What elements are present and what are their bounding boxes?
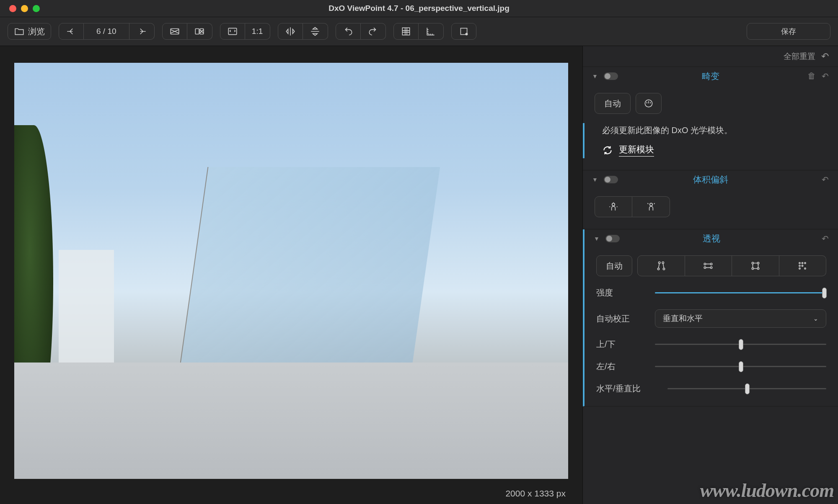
svg-point-12 bbox=[657, 268, 659, 270]
window-controls bbox=[9, 5, 40, 12]
volume-diagonal-button[interactable] bbox=[632, 196, 670, 217]
svg-point-27 bbox=[802, 262, 803, 264]
panel-perspective-header[interactable]: ▼ 透视 ↶ bbox=[585, 229, 838, 248]
panel-perspective: ▼ 透视 ↶ 自动 强度 bbox=[583, 229, 838, 406]
volume-horizontal-button[interactable] bbox=[595, 196, 632, 217]
panel-volume-title: 体积偏斜 bbox=[583, 174, 838, 185]
svg-point-8 bbox=[612, 203, 615, 206]
grid-button[interactable] bbox=[393, 23, 419, 40]
prev-image-button[interactable] bbox=[59, 23, 84, 40]
svg-point-13 bbox=[663, 268, 665, 270]
zoom-fit-button[interactable] bbox=[220, 23, 245, 40]
undo-icon[interactable]: ↶ bbox=[821, 51, 829, 62]
svg-point-14 bbox=[704, 263, 706, 265]
auto-correct-select[interactable]: 垂直和水平 ⌄ bbox=[655, 309, 826, 328]
auto-correct-label: 自动校正 bbox=[596, 313, 655, 324]
browse-button[interactable]: 浏览 bbox=[8, 23, 51, 40]
rotate-right-icon bbox=[367, 26, 378, 37]
panel-perspective-toggle[interactable] bbox=[605, 235, 620, 242]
viewer: 2000 x 1333 px bbox=[0, 46, 582, 504]
compare-icon bbox=[169, 26, 180, 37]
rotate-left-button[interactable] bbox=[336, 23, 361, 40]
panel-distortion-header[interactable]: ▼ 畸变 🗑 ↶ bbox=[583, 67, 838, 85]
flip-horizontal-button[interactable] bbox=[278, 23, 303, 40]
up-down-label: 上/下 bbox=[596, 339, 655, 350]
image-dimensions: 2000 x 1333 px bbox=[505, 489, 566, 499]
left-right-slider[interactable] bbox=[655, 363, 826, 371]
panel-distortion: ▼ 畸变 🗑 ↶ 自动 必须更新此图像的 DxO 光学模块。 bbox=[583, 67, 838, 170]
panel-volume-toggle[interactable] bbox=[604, 176, 618, 183]
left-right-label: 左/右 bbox=[596, 361, 655, 372]
hv-ratio-slider[interactable] bbox=[667, 385, 826, 393]
rotate-right-button[interactable] bbox=[361, 23, 386, 40]
undo-icon[interactable]: ↶ bbox=[822, 175, 829, 185]
arrow-left-icon bbox=[66, 26, 77, 37]
svg-rect-1 bbox=[195, 29, 199, 34]
image-area[interactable] bbox=[0, 46, 582, 483]
perspective-rectangle-tool[interactable] bbox=[732, 255, 779, 276]
panel-volume-header[interactable]: ▼ 体积偏斜 ↶ bbox=[583, 170, 838, 189]
minimize-window-button[interactable] bbox=[21, 5, 28, 12]
distortion-module-button[interactable] bbox=[636, 93, 662, 114]
panel-volume: ▼ 体积偏斜 ↶ bbox=[583, 170, 838, 229]
compare-single-button[interactable] bbox=[162, 23, 187, 40]
toolbar: 浏览 6 / 10 1:1 保存 bbox=[0, 17, 838, 46]
zoom-1to1-button[interactable]: 1:1 bbox=[245, 23, 270, 40]
rotate-group bbox=[336, 23, 386, 40]
flip-v-icon bbox=[310, 26, 321, 37]
zoom-group: 1:1 bbox=[220, 23, 270, 40]
svg-point-20 bbox=[752, 267, 753, 269]
notice-text: 必须更新此图像的 DxO 光学模块。 bbox=[602, 125, 826, 136]
panel-perspective-title: 透视 bbox=[585, 233, 838, 244]
chevron-down-icon: ▼ bbox=[592, 73, 598, 80]
svg-rect-4 bbox=[402, 28, 409, 35]
chevron-down-icon: ▼ bbox=[594, 235, 600, 242]
ruler-button[interactable] bbox=[419, 23, 444, 40]
compare-group bbox=[162, 23, 212, 40]
perspective-horizontal-tool[interactable] bbox=[685, 255, 732, 276]
grid-icon bbox=[401, 26, 411, 37]
maximize-window-button[interactable] bbox=[33, 5, 40, 12]
save-button[interactable]: 保存 bbox=[747, 23, 830, 40]
tool-h-icon bbox=[703, 260, 714, 271]
split-icon bbox=[194, 26, 205, 37]
ruler-icon bbox=[425, 26, 436, 37]
trash-icon[interactable]: 🗑 bbox=[807, 71, 816, 81]
panel-distortion-toggle[interactable] bbox=[604, 72, 618, 80]
grid-group bbox=[393, 23, 444, 40]
flip-group bbox=[278, 23, 328, 40]
panel-distortion-title: 畸变 bbox=[583, 70, 838, 82]
up-down-slider[interactable] bbox=[655, 340, 826, 349]
flip-vertical-button[interactable] bbox=[303, 23, 328, 40]
svg-point-11 bbox=[662, 262, 664, 263]
close-window-button[interactable] bbox=[9, 5, 16, 12]
intensity-slider[interactable] bbox=[655, 289, 826, 297]
perspective-tool-segment bbox=[637, 255, 826, 276]
watermark: www.ludown.com bbox=[700, 479, 834, 501]
undo-icon[interactable]: ↶ bbox=[822, 234, 829, 244]
crop-button[interactable] bbox=[451, 23, 476, 40]
compare-split-button[interactable] bbox=[187, 23, 212, 40]
svg-point-10 bbox=[658, 262, 660, 263]
titlebar: DxO ViewPoint 4.7 - 06_perspective_verti… bbox=[0, 0, 838, 17]
perspective-8point-tool[interactable] bbox=[779, 255, 827, 276]
perspective-auto-button[interactable]: 自动 bbox=[596, 255, 632, 276]
update-module-button[interactable]: 更新模块 bbox=[602, 144, 826, 157]
refresh-icon bbox=[602, 145, 613, 156]
sidebar-top: 全部重置 ↶ bbox=[583, 46, 838, 67]
chevron-down-icon: ▼ bbox=[592, 176, 598, 183]
svg-point-19 bbox=[757, 262, 759, 264]
rotate-left-icon bbox=[343, 26, 354, 37]
hv-ratio-label: 水平/垂直比 bbox=[596, 383, 667, 394]
image-counter: 6 / 10 bbox=[84, 23, 129, 40]
next-image-button[interactable] bbox=[129, 23, 155, 40]
distortion-auto-button[interactable]: 自动 bbox=[595, 93, 631, 114]
svg-point-24 bbox=[799, 268, 800, 269]
tool-rect-icon bbox=[750, 260, 761, 271]
svg-point-17 bbox=[711, 267, 712, 268]
undo-icon[interactable]: ↶ bbox=[822, 71, 829, 81]
nav-group: 6 / 10 bbox=[59, 23, 155, 40]
reset-all-button[interactable]: 全部重置 bbox=[784, 51, 815, 62]
svg-point-9 bbox=[649, 203, 652, 206]
perspective-vertical-tool[interactable] bbox=[637, 255, 685, 276]
